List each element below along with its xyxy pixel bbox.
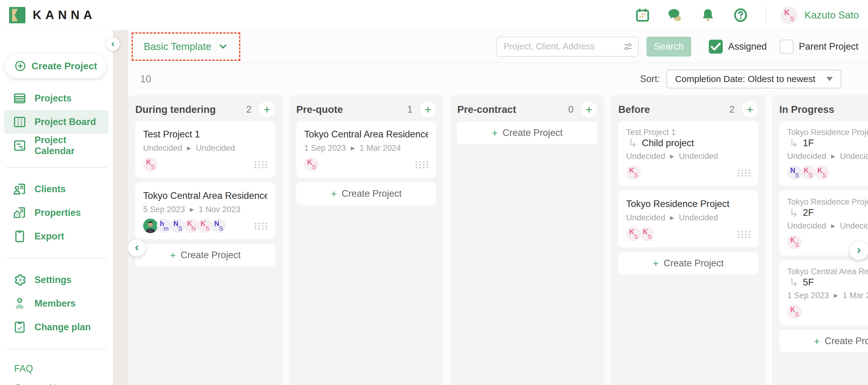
search-input[interactable] — [496, 37, 639, 57]
schedule-end-date: 1 Nov 2023 — [198, 205, 240, 214]
sidebar-nav: ProjectsProject BoardProject CalendarCli… — [0, 87, 113, 385]
project-schedule: Undecided▶Undecided — [626, 213, 750, 223]
child-arrow-icon: ↳ — [628, 138, 638, 148]
clients-icon — [13, 182, 27, 196]
card-footer: KS — [626, 165, 750, 180]
sidebar-item-projects[interactable]: Projects — [4, 87, 108, 110]
column-add-project-button[interactable]: + — [420, 101, 436, 118]
project-card[interactable]: Test Project 1↳Child projectUndecided▶Un… — [618, 121, 758, 186]
arrow-separator-icon: ▶ — [190, 206, 194, 213]
create-project-card-button[interactable]: +Create Project — [296, 182, 436, 205]
member-initials-avatar: KS — [626, 227, 641, 241]
drag-handle-icon[interactable] — [736, 169, 750, 177]
arrow-separator-icon: ▶ — [187, 145, 191, 151]
drag-handle-icon[interactable] — [414, 160, 428, 169]
sidebar-item-change-plan[interactable]: Change plan — [4, 316, 108, 339]
search-button[interactable]: Search — [647, 37, 691, 57]
parent-project-label: Parent Project — [799, 41, 858, 52]
avatar-initial-2: S — [151, 164, 155, 171]
avatar-initial-1: K — [643, 228, 648, 236]
sort-selected-value: Completion Date: Oldest to newest — [675, 74, 815, 84]
sort-select[interactable]: Completion Date: Oldest to newest — [666, 69, 841, 88]
sidebar-item-project-calendar[interactable]: Project Calendar — [4, 134, 108, 157]
project-card[interactable]: Test Project 1Undecided▶UndecidedKS — [135, 121, 275, 178]
avatar-initial-1: K — [790, 236, 795, 244]
column-count: 2 — [246, 104, 259, 115]
board-wrap: During tendering2+Test Project 1Undecide… — [128, 95, 868, 385]
column-add-project-button[interactable]: + — [742, 101, 758, 118]
project-card[interactable]: Tokyo Central Area Residence1 Sep 2023▶1… — [296, 121, 436, 178]
assignee-avatars: KSKS — [626, 227, 654, 241]
card-footer: hmNSKNKSNS — [143, 218, 267, 233]
drag-handle-icon[interactable] — [736, 230, 750, 238]
project-title: Tokyo Central Area Residence — [304, 129, 428, 140]
column-add-project-button[interactable]: + — [581, 101, 597, 118]
plus-icon: + — [170, 250, 176, 260]
avatar-initial-2: S — [206, 225, 210, 232]
parent-project-checkbox[interactable] — [780, 40, 794, 54]
member-initials-avatar: hm — [157, 218, 171, 233]
brand-logo[interactable]: KANNA — [9, 7, 96, 23]
properties-icon — [13, 206, 27, 220]
calendar-icon[interactable] — [635, 7, 650, 23]
avatar-initial-1: N — [214, 220, 219, 228]
card-footer: KS — [143, 157, 267, 172]
user-menu[interactable]: K S Kazuto Sato — [780, 6, 859, 24]
drag-handle-icon[interactable] — [253, 222, 267, 230]
avatar-initial-1: K — [817, 167, 823, 175]
sidebar-item-properties[interactable]: Properties — [4, 201, 108, 225]
assigned-checkbox[interactable] — [709, 40, 723, 54]
sidebar-collapse-button[interactable] — [106, 37, 120, 51]
schedule-start-date: 1 Sep 2023 — [304, 144, 346, 153]
schedule-start-date: Undecided — [626, 152, 665, 161]
avatar-initial-2: S — [795, 172, 799, 179]
child-arrow-icon: ↳ — [789, 277, 799, 288]
project-card[interactable]: Tokyo Residence Project↳1FUndecided▶Unde… — [779, 121, 868, 186]
sidebar-item-faq[interactable]: FAQ — [4, 359, 108, 378]
assigned-filter[interactable]: Assigned — [709, 40, 767, 54]
avatar-initial-2: S — [790, 15, 794, 22]
member-initials-avatar: KS — [143, 157, 158, 172]
chevron-right-icon — [855, 247, 863, 255]
sidebar-item-clients[interactable]: Clients — [4, 177, 108, 201]
board-scroll-left-button[interactable] — [128, 239, 146, 257]
chat-icon[interactable] — [668, 7, 683, 23]
project-card[interactable]: Tokyo Central Area Residence5 Sep 2023▶1… — [135, 182, 275, 239]
sidebar-item-settings[interactable]: Settings — [4, 268, 108, 292]
arrow-separator-icon: ▶ — [831, 223, 835, 229]
avatar-initial-2: N — [192, 225, 196, 232]
create-project-button[interactable]: Create Project — [5, 54, 106, 78]
create-project-card-button[interactable]: +Create Project — [457, 122, 597, 144]
sidebar-item-project-board[interactable]: Project Board — [4, 110, 108, 134]
create-project-card-button[interactable]: +Create Project — [135, 244, 275, 266]
help-icon[interactable] — [733, 7, 748, 23]
board-scroll-right-button[interactable] — [849, 241, 868, 260]
project-card[interactable]: Tokyo Residence ProjectUndecided▶Undecid… — [618, 191, 758, 247]
filter-sliders-icon[interactable] — [622, 41, 634, 52]
column-title: During tendering — [135, 104, 216, 115]
sidebar-item-contact-us[interactable]: Contact Us — [4, 378, 108, 385]
schedule-start-date: 1 Sep 2023 — [787, 291, 829, 300]
sidebar-item-export[interactable]: Export — [4, 225, 108, 248]
column-add-project-button[interactable]: + — [259, 101, 275, 118]
avatar-initial-1: N — [790, 167, 795, 175]
create-project-card-button[interactable]: +Create Project — [779, 330, 868, 352]
parent-project-filter[interactable]: Parent Project — [780, 40, 858, 54]
schedule-start-date: Undecided — [626, 213, 665, 223]
notifications-bell-icon[interactable] — [700, 7, 715, 23]
sidebar-item-label: Contact Us — [14, 383, 61, 385]
create-project-card-button[interactable]: +Create Project — [618, 252, 758, 274]
project-card[interactable]: Tokyo Central Area Residence↳5F1 Sep 202… — [779, 260, 868, 325]
search-group: Search Assigned Parent Project — [496, 37, 858, 57]
sidebar-item-label: Export — [34, 231, 64, 242]
avatar-initial-2: S — [634, 172, 638, 179]
drag-handle-icon[interactable] — [253, 160, 267, 169]
plus-circle-icon — [14, 60, 27, 72]
sidebar-item-members[interactable]: Members — [4, 292, 108, 316]
column-title: Pre-quote — [296, 104, 343, 115]
project-schedule: Undecided▶Undecided — [626, 152, 750, 161]
assignee-avatars: KS — [626, 165, 641, 180]
template-selector[interactable]: Basic Template — [132, 32, 240, 61]
avatar-initial-2: m — [163, 225, 168, 232]
sidebar-divider — [6, 167, 107, 168]
